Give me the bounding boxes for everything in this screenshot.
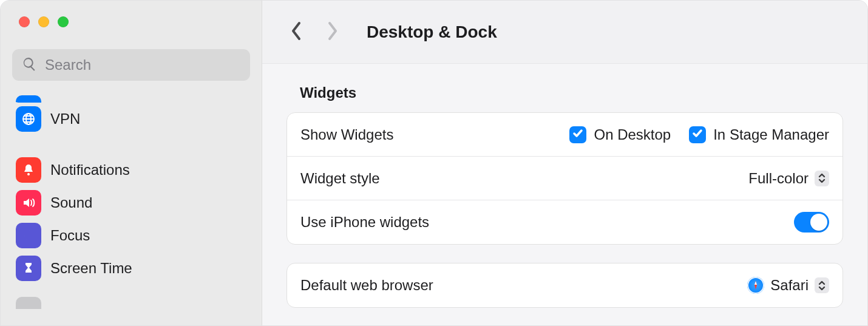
default-browser-popup[interactable]: Safari — [747, 277, 829, 294]
nav-forward-button[interactable] — [322, 22, 342, 42]
svg-point-2 — [27, 173, 30, 175]
row-label: Widget style — [300, 170, 748, 187]
main-content: Desktop & Dock Widgets Show Widgets On D… — [262, 1, 867, 325]
sidebar-item-label: VPN — [50, 110, 80, 127]
widgets-panel: Show Widgets On Desktop In S — [287, 112, 843, 245]
row-use-iphone-widgets: Use iPhone widgets — [287, 200, 843, 244]
check-icon — [572, 128, 583, 141]
row-widget-style: Widget style Full-color — [287, 157, 843, 200]
sidebar-item-partial-bottom[interactable] — [1, 297, 262, 309]
popup-value: Full-color — [748, 170, 809, 187]
moon-icon — [16, 223, 41, 248]
toggle-knob — [810, 214, 827, 231]
sidebar: VPN Notifications Sound Focus — [1, 1, 262, 325]
nav-back-button[interactable] — [287, 22, 307, 42]
sidebar-item-vpn[interactable]: VPN — [12, 103, 250, 135]
hourglass-icon — [16, 256, 41, 281]
search-field[interactable] — [12, 49, 250, 81]
search-icon — [22, 56, 37, 74]
checkbox-box — [689, 126, 706, 143]
row-show-widgets: Show Widgets On Desktop In S — [287, 113, 843, 157]
sidebar-item-label: Sound — [50, 194, 92, 211]
safari-icon — [747, 277, 764, 294]
section-title: Widgets — [300, 84, 843, 101]
settings-window: VPN Notifications Sound Focus — [0, 0, 868, 326]
popup-chevrons-icon — [815, 171, 829, 186]
sidebar-list: VPN Notifications Sound Focus — [1, 81, 262, 285]
row-label: Show Widgets — [300, 126, 569, 143]
widget-style-popup[interactable]: Full-color — [748, 170, 829, 187]
svg-marker-4 — [754, 281, 757, 285]
sidebar-item-label: Focus — [50, 227, 90, 244]
traffic-lights — [1, 1, 262, 27]
checkbox-label: In Stage Manager — [713, 126, 829, 143]
check-icon — [692, 128, 703, 141]
titlebar: Desktop & Dock — [262, 1, 867, 64]
sidebar-item-partial[interactable] — [12, 88, 250, 103]
window-close-button[interactable] — [19, 16, 30, 27]
popup-chevrons-icon — [815, 277, 829, 293]
search-input[interactable] — [44, 56, 240, 74]
globe-icon — [16, 106, 41, 132]
bell-icon — [16, 157, 41, 183]
sidebar-item-label: Notifications — [50, 161, 130, 178]
window-minimize-button[interactable] — [38, 16, 49, 27]
checkbox-group: On Desktop In Stage Manager — [569, 126, 829, 143]
speaker-icon — [16, 190, 41, 216]
row-label: Use iPhone widgets — [300, 214, 794, 231]
checkbox-label: On Desktop — [594, 126, 671, 143]
use-iphone-toggle[interactable] — [794, 212, 829, 233]
window-maximize-button[interactable] — [58, 16, 69, 27]
checkbox-in-stage-manager[interactable]: In Stage Manager — [689, 126, 829, 143]
chevron-right-icon — [325, 21, 339, 44]
sidebar-item-focus[interactable]: Focus — [12, 219, 250, 252]
sidebar-item-notifications[interactable]: Notifications — [12, 154, 250, 186]
sidebar-item-sound[interactable]: Sound — [12, 186, 250, 219]
chevron-left-icon — [290, 21, 303, 44]
default-browser-panel: Default web browser Safari — [287, 263, 843, 308]
page-title: Desktop & Dock — [367, 22, 497, 42]
partial-icon — [16, 95, 41, 103]
checkbox-box — [569, 126, 586, 143]
sidebar-item-label: Screen Time — [50, 260, 132, 277]
row-label: Default web browser — [300, 277, 747, 294]
content-area: Widgets Show Widgets On Desktop — [262, 64, 867, 325]
checkbox-on-desktop[interactable]: On Desktop — [569, 126, 671, 143]
sidebar-item-screen-time[interactable]: Screen Time — [12, 252, 250, 285]
row-default-browser: Default web browser Safari — [287, 263, 843, 307]
popup-value: Safari — [770, 277, 809, 294]
